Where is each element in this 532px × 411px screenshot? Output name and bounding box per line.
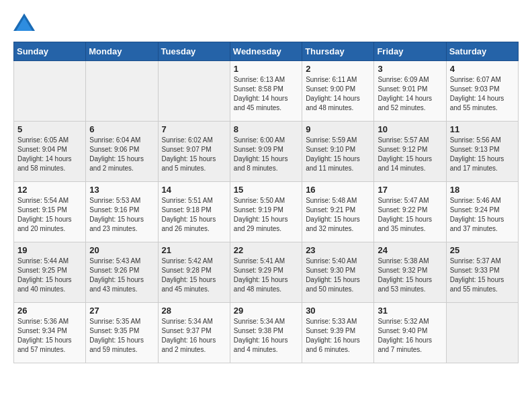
calendar-cell: 5Sunrise: 6:05 AM Sunset: 9:04 PM Daylig… (14, 122, 86, 182)
calendar-cell: 11Sunrise: 5:56 AM Sunset: 9:13 PM Dayli… (446, 122, 518, 182)
calendar-cell: 30Sunrise: 5:33 AM Sunset: 9:39 PM Dayli… (302, 303, 374, 363)
day-number: 8 (234, 124, 298, 134)
page-header (13, 13, 519, 31)
day-info: Sunrise: 5:36 AM Sunset: 9:34 PM Dayligh… (17, 317, 82, 355)
day-info: Sunrise: 5:57 AM Sunset: 9:12 PM Dayligh… (378, 136, 442, 173)
calendar-header-thursday: Thursday (302, 42, 374, 61)
day-info: Sunrise: 6:11 AM Sunset: 9:00 PM Dayligh… (306, 75, 370, 113)
day-info: Sunrise: 5:32 AM Sunset: 9:40 PM Dayligh… (378, 317, 442, 355)
day-number: 2 (306, 64, 370, 74)
day-number: 1 (234, 64, 298, 74)
day-number: 6 (89, 124, 154, 134)
calendar-cell: 17Sunrise: 5:47 AM Sunset: 9:22 PM Dayli… (374, 182, 446, 242)
calendar-cell: 1Sunrise: 6:13 AM Sunset: 8:58 PM Daylig… (230, 61, 302, 122)
day-number: 31 (378, 306, 442, 316)
day-info: Sunrise: 6:09 AM Sunset: 9:01 PM Dayligh… (378, 75, 442, 113)
day-info: Sunrise: 6:02 AM Sunset: 9:07 PM Dayligh… (162, 136, 226, 173)
calendar-cell: 26Sunrise: 5:36 AM Sunset: 9:34 PM Dayli… (14, 303, 86, 363)
day-info: Sunrise: 5:40 AM Sunset: 9:30 PM Dayligh… (306, 257, 370, 294)
calendar-header-friday: Friday (374, 42, 446, 61)
calendar-week-1: 1Sunrise: 6:13 AM Sunset: 8:58 PM Daylig… (14, 61, 519, 122)
calendar-cell: 2Sunrise: 6:11 AM Sunset: 9:00 PM Daylig… (302, 61, 374, 122)
day-info: Sunrise: 5:33 AM Sunset: 9:39 PM Dayligh… (306, 317, 370, 355)
calendar-header-wednesday: Wednesday (230, 42, 302, 61)
calendar-cell: 7Sunrise: 6:02 AM Sunset: 9:07 PM Daylig… (158, 122, 230, 182)
calendar-cell: 12Sunrise: 5:54 AM Sunset: 9:15 PM Dayli… (14, 182, 86, 242)
calendar-cell: 31Sunrise: 5:32 AM Sunset: 9:40 PM Dayli… (374, 303, 446, 363)
calendar-table: SundayMondayTuesdayWednesdayThursdayFrid… (13, 42, 519, 363)
day-number: 5 (17, 124, 82, 134)
day-info: Sunrise: 5:35 AM Sunset: 9:35 PM Dayligh… (89, 317, 154, 355)
day-info: Sunrise: 5:47 AM Sunset: 9:22 PM Dayligh… (378, 196, 442, 234)
logo-icon (13, 13, 35, 31)
day-info: Sunrise: 6:05 AM Sunset: 9:04 PM Dayligh… (17, 136, 82, 173)
day-info: Sunrise: 5:46 AM Sunset: 9:24 PM Dayligh… (450, 196, 515, 234)
day-number: 19 (17, 245, 82, 255)
day-number: 11 (450, 124, 515, 134)
day-info: Sunrise: 5:38 AM Sunset: 9:32 PM Dayligh… (378, 257, 442, 294)
calendar-cell: 13Sunrise: 5:53 AM Sunset: 9:16 PM Dayli… (86, 182, 158, 242)
calendar-cell: 27Sunrise: 5:35 AM Sunset: 9:35 PM Dayli… (86, 303, 158, 363)
day-number: 27 (89, 306, 154, 316)
day-number: 22 (234, 245, 298, 255)
calendar-cell: 4Sunrise: 6:07 AM Sunset: 9:03 PM Daylig… (446, 61, 518, 122)
logo (13, 13, 38, 31)
day-number: 13 (89, 185, 154, 195)
calendar-cell (158, 61, 230, 122)
day-info: Sunrise: 6:13 AM Sunset: 8:58 PM Dayligh… (234, 75, 298, 113)
day-number: 21 (162, 245, 226, 255)
day-number: 23 (306, 245, 370, 255)
calendar-cell (446, 303, 518, 363)
calendar-week-5: 26Sunrise: 5:36 AM Sunset: 9:34 PM Dayli… (14, 303, 519, 363)
day-number: 16 (306, 185, 370, 195)
day-info: Sunrise: 5:37 AM Sunset: 9:33 PM Dayligh… (450, 257, 515, 294)
day-info: Sunrise: 5:43 AM Sunset: 9:26 PM Dayligh… (89, 257, 154, 294)
calendar-cell: 8Sunrise: 6:00 AM Sunset: 9:09 PM Daylig… (230, 122, 302, 182)
calendar-cell: 28Sunrise: 5:34 AM Sunset: 9:37 PM Dayli… (158, 303, 230, 363)
calendar-cell: 14Sunrise: 5:51 AM Sunset: 9:18 PM Dayli… (158, 182, 230, 242)
day-info: Sunrise: 5:42 AM Sunset: 9:28 PM Dayligh… (162, 257, 226, 294)
calendar-week-4: 19Sunrise: 5:44 AM Sunset: 9:25 PM Dayli… (14, 242, 519, 303)
day-info: Sunrise: 5:44 AM Sunset: 9:25 PM Dayligh… (17, 257, 82, 294)
day-number: 18 (450, 185, 515, 195)
calendar-cell: 25Sunrise: 5:37 AM Sunset: 9:33 PM Dayli… (446, 242, 518, 303)
calendar-cell: 19Sunrise: 5:44 AM Sunset: 9:25 PM Dayli… (14, 242, 86, 303)
calendar-cell (14, 61, 86, 122)
day-number: 26 (17, 306, 82, 316)
day-number: 29 (234, 306, 298, 316)
calendar-header-saturday: Saturday (446, 42, 518, 61)
day-number: 7 (162, 124, 226, 134)
day-info: Sunrise: 5:34 AM Sunset: 9:38 PM Dayligh… (234, 317, 298, 355)
calendar-cell: 15Sunrise: 5:50 AM Sunset: 9:19 PM Dayli… (230, 182, 302, 242)
calendar-week-3: 12Sunrise: 5:54 AM Sunset: 9:15 PM Dayli… (14, 182, 519, 242)
day-info: Sunrise: 5:54 AM Sunset: 9:15 PM Dayligh… (17, 196, 82, 234)
day-info: Sunrise: 5:50 AM Sunset: 9:19 PM Dayligh… (234, 196, 298, 234)
day-number: 4 (450, 64, 515, 74)
day-number: 20 (89, 245, 154, 255)
calendar-cell: 23Sunrise: 5:40 AM Sunset: 9:30 PM Dayli… (302, 242, 374, 303)
day-info: Sunrise: 6:04 AM Sunset: 9:06 PM Dayligh… (89, 136, 154, 173)
day-info: Sunrise: 5:34 AM Sunset: 9:37 PM Dayligh… (162, 317, 226, 355)
day-info: Sunrise: 5:51 AM Sunset: 9:18 PM Dayligh… (162, 196, 226, 234)
day-number: 30 (306, 306, 370, 316)
calendar-cell: 29Sunrise: 5:34 AM Sunset: 9:38 PM Dayli… (230, 303, 302, 363)
day-number: 3 (378, 64, 442, 74)
calendar-header-sunday: Sunday (14, 42, 86, 61)
day-number: 25 (450, 245, 515, 255)
calendar-header-tuesday: Tuesday (158, 42, 230, 61)
calendar-cell: 18Sunrise: 5:46 AM Sunset: 9:24 PM Dayli… (446, 182, 518, 242)
day-number: 24 (378, 245, 442, 255)
day-number: 17 (378, 185, 442, 195)
day-number: 9 (306, 124, 370, 134)
day-info: Sunrise: 6:07 AM Sunset: 9:03 PM Dayligh… (450, 75, 515, 113)
calendar-cell: 10Sunrise: 5:57 AM Sunset: 9:12 PM Dayli… (374, 122, 446, 182)
day-number: 12 (17, 185, 82, 195)
day-info: Sunrise: 5:56 AM Sunset: 9:13 PM Dayligh… (450, 136, 515, 173)
calendar-header-monday: Monday (86, 42, 158, 61)
calendar-cell: 24Sunrise: 5:38 AM Sunset: 9:32 PM Dayli… (374, 242, 446, 303)
day-info: Sunrise: 5:41 AM Sunset: 9:29 PM Dayligh… (234, 257, 298, 294)
calendar-cell: 22Sunrise: 5:41 AM Sunset: 9:29 PM Dayli… (230, 242, 302, 303)
calendar-week-2: 5Sunrise: 6:05 AM Sunset: 9:04 PM Daylig… (14, 122, 519, 182)
calendar-cell: 9Sunrise: 5:59 AM Sunset: 9:10 PM Daylig… (302, 122, 374, 182)
day-info: Sunrise: 5:59 AM Sunset: 9:10 PM Dayligh… (306, 136, 370, 173)
